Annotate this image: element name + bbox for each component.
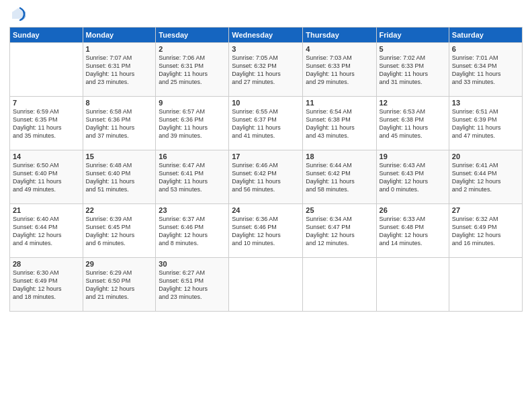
weekday-header: Thursday	[303, 28, 376, 43]
day-number: 17	[232, 152, 300, 161]
calendar-cell: 12Sunrise: 6:53 AMSunset: 6:38 PMDayligh…	[376, 97, 449, 150]
day-info: Sunrise: 7:01 AMSunset: 6:34 PMDaylight:…	[452, 54, 519, 87]
calendar-cell: 10Sunrise: 6:55 AMSunset: 6:37 PMDayligh…	[229, 97, 303, 150]
weekday-header: Sunday	[10, 28, 83, 43]
day-info: Sunrise: 6:32 AMSunset: 6:49 PMDaylight:…	[452, 215, 519, 248]
day-number: 26	[380, 206, 446, 214]
day-info: Sunrise: 7:07 AMSunset: 6:31 PMDaylight:…	[86, 54, 153, 87]
calendar-cell: 27Sunrise: 6:32 AMSunset: 6:49 PMDayligh…	[449, 204, 522, 258]
day-number: 29	[86, 260, 153, 268]
calendar-cell: 8Sunrise: 6:58 AMSunset: 6:36 PMDaylight…	[83, 97, 156, 150]
day-info: Sunrise: 6:39 AMSunset: 6:45 PMDaylight:…	[86, 215, 153, 248]
calendar-cell: 28Sunrise: 6:30 AMSunset: 6:49 PMDayligh…	[10, 258, 83, 312]
day-number: 25	[306, 206, 373, 214]
day-number: 22	[86, 206, 153, 214]
logo	[9, 7, 26, 21]
day-number: 8	[86, 99, 153, 107]
page: SundayMondayTuesdayWednesdayThursdayFrid…	[0, 0, 532, 411]
day-info: Sunrise: 6:59 AMSunset: 6:35 PMDaylight:…	[13, 107, 80, 140]
day-info: Sunrise: 6:29 AMSunset: 6:50 PMDaylight:…	[86, 269, 153, 302]
day-info: Sunrise: 6:30 AMSunset: 6:49 PMDaylight:…	[13, 269, 80, 302]
day-number: 10	[232, 99, 300, 107]
day-info: Sunrise: 6:44 AMSunset: 6:42 PMDaylight:…	[306, 161, 373, 194]
calendar-cell: 7Sunrise: 6:59 AMSunset: 6:35 PMDaylight…	[10, 97, 83, 150]
day-info: Sunrise: 6:51 AMSunset: 6:39 PMDaylight:…	[452, 107, 519, 140]
day-number: 4	[306, 45, 373, 53]
day-info: Sunrise: 6:40 AMSunset: 6:44 PMDaylight:…	[13, 215, 80, 248]
calendar-cell: 6Sunrise: 7:01 AMSunset: 6:34 PMDaylight…	[449, 43, 522, 97]
day-info: Sunrise: 6:47 AMSunset: 6:41 PMDaylight:…	[159, 161, 226, 194]
day-number: 9	[159, 99, 226, 107]
day-number: 20	[452, 152, 519, 161]
day-info: Sunrise: 7:05 AMSunset: 6:32 PMDaylight:…	[232, 54, 300, 87]
day-info: Sunrise: 6:34 AMSunset: 6:47 PMDaylight:…	[306, 215, 373, 248]
calendar-cell: 15Sunrise: 6:48 AMSunset: 6:40 PMDayligh…	[83, 150, 156, 204]
calendar-cell: 16Sunrise: 6:47 AMSunset: 6:41 PMDayligh…	[156, 150, 229, 204]
day-info: Sunrise: 6:41 AMSunset: 6:44 PMDaylight:…	[452, 161, 519, 194]
calendar-header-row: SundayMondayTuesdayWednesdayThursdayFrid…	[10, 28, 523, 43]
calendar-week-row: 7Sunrise: 6:59 AMSunset: 6:35 PMDaylight…	[10, 97, 523, 150]
day-number: 1	[86, 45, 153, 53]
calendar-cell: 17Sunrise: 6:46 AMSunset: 6:42 PMDayligh…	[229, 150, 303, 204]
day-number: 3	[232, 45, 300, 53]
calendar-table: SundayMondayTuesdayWednesdayThursdayFrid…	[9, 27, 523, 312]
day-info: Sunrise: 6:27 AMSunset: 6:51 PMDaylight:…	[159, 269, 226, 302]
day-number: 28	[13, 260, 80, 268]
day-info: Sunrise: 7:03 AMSunset: 6:33 PMDaylight:…	[306, 54, 373, 87]
day-number: 23	[159, 206, 226, 214]
calendar-week-row: 28Sunrise: 6:30 AMSunset: 6:49 PMDayligh…	[10, 258, 523, 312]
calendar-cell	[10, 43, 83, 97]
calendar-cell: 4Sunrise: 7:03 AMSunset: 6:33 PMDaylight…	[303, 43, 376, 97]
logo-icon	[11, 7, 26, 21]
calendar-cell: 21Sunrise: 6:40 AMSunset: 6:44 PMDayligh…	[10, 204, 83, 258]
day-info: Sunrise: 6:58 AMSunset: 6:36 PMDaylight:…	[86, 107, 153, 140]
day-info: Sunrise: 7:06 AMSunset: 6:31 PMDaylight:…	[159, 54, 226, 87]
day-info: Sunrise: 6:57 AMSunset: 6:36 PMDaylight:…	[159, 107, 226, 140]
calendar-cell: 3Sunrise: 7:05 AMSunset: 6:32 PMDaylight…	[229, 43, 303, 97]
calendar-cell	[376, 258, 449, 312]
calendar-cell: 20Sunrise: 6:41 AMSunset: 6:44 PMDayligh…	[449, 150, 522, 204]
calendar-week-row: 21Sunrise: 6:40 AMSunset: 6:44 PMDayligh…	[10, 204, 523, 258]
day-number: 30	[159, 260, 226, 268]
calendar-cell	[303, 258, 376, 312]
calendar-cell: 14Sunrise: 6:50 AMSunset: 6:40 PMDayligh…	[10, 150, 83, 204]
day-number: 19	[380, 152, 446, 161]
day-number: 2	[159, 45, 226, 53]
day-number: 7	[13, 99, 80, 107]
weekday-header: Friday	[376, 28, 449, 43]
header	[9, 7, 523, 21]
day-info: Sunrise: 6:55 AMSunset: 6:37 PMDaylight:…	[232, 107, 300, 140]
day-number: 12	[380, 99, 446, 107]
day-number: 18	[306, 152, 373, 161]
day-info: Sunrise: 6:37 AMSunset: 6:46 PMDaylight:…	[159, 215, 226, 248]
day-info: Sunrise: 6:54 AMSunset: 6:38 PMDaylight:…	[306, 107, 373, 140]
calendar-week-row: 1Sunrise: 7:07 AMSunset: 6:31 PMDaylight…	[10, 43, 523, 97]
day-number: 14	[13, 152, 80, 161]
calendar-cell: 13Sunrise: 6:51 AMSunset: 6:39 PMDayligh…	[449, 97, 522, 150]
weekday-header: Tuesday	[156, 28, 229, 43]
calendar-cell: 24Sunrise: 6:36 AMSunset: 6:46 PMDayligh…	[229, 204, 303, 258]
day-number: 5	[380, 45, 446, 53]
calendar-cell	[449, 258, 522, 312]
day-number: 24	[232, 206, 300, 214]
calendar-cell: 25Sunrise: 6:34 AMSunset: 6:47 PMDayligh…	[303, 204, 376, 258]
calendar-cell: 19Sunrise: 6:43 AMSunset: 6:43 PMDayligh…	[376, 150, 449, 204]
day-info: Sunrise: 6:53 AMSunset: 6:38 PMDaylight:…	[380, 107, 446, 140]
day-info: Sunrise: 6:48 AMSunset: 6:40 PMDaylight:…	[86, 161, 153, 194]
calendar-cell: 22Sunrise: 6:39 AMSunset: 6:45 PMDayligh…	[83, 204, 156, 258]
day-number: 21	[13, 206, 80, 214]
day-number: 6	[452, 45, 519, 53]
day-number: 16	[159, 152, 226, 161]
calendar-week-row: 14Sunrise: 6:50 AMSunset: 6:40 PMDayligh…	[10, 150, 523, 204]
day-info: Sunrise: 6:50 AMSunset: 6:40 PMDaylight:…	[13, 161, 80, 194]
day-info: Sunrise: 6:36 AMSunset: 6:46 PMDaylight:…	[232, 215, 300, 248]
weekday-header: Saturday	[449, 28, 522, 43]
day-number: 27	[452, 206, 519, 214]
day-number: 15	[86, 152, 153, 161]
calendar-cell: 9Sunrise: 6:57 AMSunset: 6:36 PMDaylight…	[156, 97, 229, 150]
calendar-cell: 11Sunrise: 6:54 AMSunset: 6:38 PMDayligh…	[303, 97, 376, 150]
day-info: Sunrise: 7:02 AMSunset: 6:33 PMDaylight:…	[380, 54, 446, 87]
day-number: 13	[452, 99, 519, 107]
day-number: 11	[306, 99, 373, 107]
calendar-cell	[229, 258, 303, 312]
